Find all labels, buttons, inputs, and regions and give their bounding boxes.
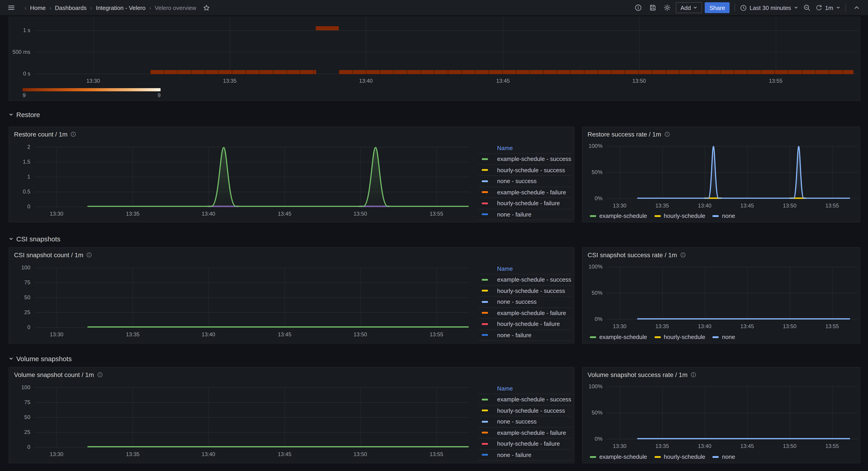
csi-count-plot[interactable]: 1007550250 13:3013:3513:4013:4513:5013:5… [34, 268, 469, 327]
info-circle-icon[interactable] [632, 2, 644, 13]
legend-item[interactable]: example-schedule [590, 453, 647, 460]
series-swatch [482, 312, 488, 314]
panel-header[interactable]: CSI snapshot count / 1m [14, 251, 92, 259]
legend-item[interactable]: none [713, 334, 735, 340]
legend-row[interactable]: example-schedule - failure [478, 307, 572, 318]
add-button[interactable]: Add [676, 2, 702, 13]
restore-rate-plot[interactable]: 100%50%0% 13:3013:3513:4013:4513:5013:55 [607, 146, 858, 198]
legend-row[interactable]: none - failure [478, 329, 572, 341]
menu-icon[interactable] [5, 2, 17, 13]
breadcrumb-link[interactable]: Dashboards [55, 4, 87, 11]
series-swatch [654, 456, 661, 458]
legend-item[interactable]: example-schedule [590, 212, 647, 219]
grafana-dashboard: › Home › Dashboards › Integration - Vele… [0, 0, 868, 471]
panel-header[interactable]: Restore success rate / 1m [588, 131, 670, 138]
csi-snapshot-success-rate-panel: CSI snapshot success rate / 1m 100%50%0%… [582, 247, 860, 343]
legend-item[interactable]: example-schedule [590, 334, 647, 340]
info-circle-icon[interactable] [71, 132, 76, 137]
panel-title: Volume snapshot count / 1m [14, 371, 94, 378]
legend-row[interactable]: example-schedule - success [478, 394, 572, 405]
save-icon[interactable] [647, 2, 659, 13]
legend-row[interactable]: hourly-schedule - success [478, 164, 572, 175]
legend-row[interactable]: none - failure [478, 209, 572, 220]
zoom-out-icon[interactable] [801, 2, 813, 13]
series-swatch [482, 399, 488, 401]
legend-row[interactable]: example-schedule - failure [478, 427, 572, 438]
legend-row[interactable]: none - failure [478, 449, 572, 461]
heatmap-plot[interactable]: 1 s 500 ms 0 s 13:30 13:35 13:40 13:45 [34, 16, 858, 74]
legend-table: Name example-schedule - success hourly-s… [478, 263, 572, 341]
breadcrumb-separator-icon: › [90, 4, 92, 11]
legend-row[interactable]: none - success [478, 296, 572, 307]
breadcrumb: › Home › Dashboards › Integration - Vele… [21, 4, 196, 11]
series-swatch [482, 279, 488, 281]
info-circle-icon[interactable] [87, 252, 92, 258]
legend-row[interactable]: none - success [478, 175, 572, 187]
breadcrumb-link[interactable]: Home [30, 4, 46, 11]
legend-row[interactable]: example-schedule - success [478, 153, 572, 164]
panel-header[interactable]: Volume snapshot success rate / 1m [588, 371, 696, 378]
series-swatch [482, 213, 488, 215]
info-circle-icon[interactable] [691, 372, 696, 377]
clock-icon [740, 4, 747, 11]
refresh-picker[interactable]: 1m [815, 4, 840, 11]
series-swatch [482, 454, 488, 456]
legend-row[interactable]: none - success [478, 416, 572, 427]
series-swatch [482, 202, 488, 204]
legend-name-header[interactable]: Name [478, 383, 572, 394]
legend-item[interactable]: hourly-schedule [654, 212, 705, 219]
restore-rate-series [607, 146, 858, 198]
legend-row[interactable]: hourly-schedule - success [478, 405, 572, 416]
top-nav-bar: › Home › Dashboards › Integration - Vele… [0, 0, 868, 16]
section-csi-snapshots[interactable]: CSI snapshots [9, 235, 60, 243]
legend-row[interactable]: example-schedule - success [478, 274, 572, 285]
series-swatch [482, 192, 488, 193]
legend-item[interactable]: none [713, 453, 735, 460]
section-restore[interactable]: Restore [9, 110, 40, 119]
series-label: example-schedule [599, 212, 647, 219]
legend-row[interactable]: hourly-schedule - failure [478, 198, 572, 209]
gear-icon[interactable] [661, 2, 673, 13]
info-circle-icon[interactable] [97, 372, 102, 377]
series-swatch [654, 336, 661, 338]
series-swatch [713, 456, 719, 458]
legend-item[interactable]: hourly-schedule [654, 334, 705, 340]
series-label: hourly-schedule - success [497, 167, 565, 174]
legend-row[interactable]: hourly-schedule - failure [478, 318, 572, 329]
info-circle-icon[interactable] [664, 132, 670, 137]
chevron-down-icon [836, 5, 840, 10]
section-csi-label: CSI snapshots [16, 235, 60, 242]
series-label: example-schedule [599, 334, 647, 340]
breadcrumb-link[interactable]: Integration - Velero [96, 4, 146, 11]
legend-name-header[interactable]: Name [478, 263, 572, 274]
csi-rate-plot[interactable]: 100%50%0% 13:3013:3513:4013:4513:5013:55 [607, 267, 858, 319]
section-restore-label: Restore [16, 110, 40, 118]
section-volume-snapshots[interactable]: Volume snapshots [9, 355, 72, 363]
section-volume-label: Volume snapshots [16, 355, 72, 362]
legend-item[interactable]: hourly-schedule [654, 453, 705, 460]
heatmap-cell [316, 26, 339, 30]
csi-count-series [34, 268, 469, 327]
star-icon[interactable] [201, 2, 213, 13]
legend-row[interactable]: example-schedule - failure [478, 187, 572, 198]
legend-item[interactable]: none [713, 212, 735, 219]
restore-count-plot[interactable]: 21.510.50 13:3013:3513:4013:4513:5013:55 [34, 147, 469, 207]
panel-header[interactable]: Restore count / 1m [14, 131, 76, 138]
legend-row[interactable]: hourly-schedule - success [478, 285, 572, 296]
legend-row[interactable]: hourly-schedule - failure [478, 438, 572, 449]
volume-rate-plot[interactable]: 100%50%0% 13:3013:3513:4013:4513:5013:55 [607, 386, 858, 439]
series-swatch [590, 215, 596, 217]
chevron-up-icon[interactable] [851, 2, 863, 13]
info-circle-icon[interactable] [680, 252, 685, 258]
add-button-label: Add [681, 4, 691, 11]
volume-count-plot[interactable]: 1007550250 13:3013:3513:4013:4513:5013:5… [34, 388, 469, 447]
share-button[interactable]: Share [705, 2, 730, 13]
chevron-down-icon [9, 112, 13, 117]
breadcrumb-link[interactable]: Velero overview [155, 4, 196, 11]
panel-header[interactable]: CSI snapshot success rate / 1m [588, 251, 685, 259]
series-label: hourly-schedule - success [497, 407, 565, 414]
series-label: none - failure [497, 332, 531, 339]
legend-name-header[interactable]: Name [478, 142, 572, 153]
panel-header[interactable]: Volume snapshot count / 1m [14, 371, 102, 378]
time-range-picker[interactable]: Last 30 minutes [740, 4, 798, 11]
